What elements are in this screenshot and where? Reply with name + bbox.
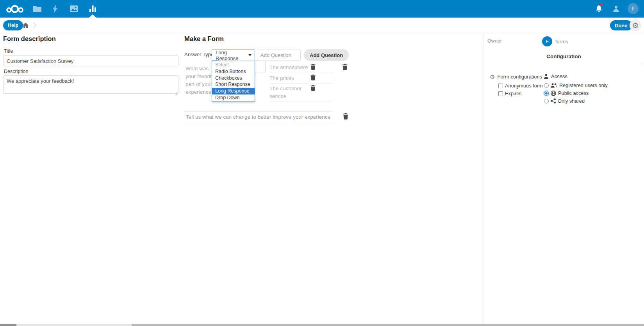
divider <box>487 63 642 63</box>
dropdown-option-radio-buttons[interactable]: Radio Buttons <box>212 68 255 75</box>
expires-option[interactable]: Expires <box>498 91 522 96</box>
secondary-toolbar: Help Done ⚙ <box>0 18 644 33</box>
help-button-label: Help <box>8 23 18 28</box>
contacts-menu-button[interactable] <box>611 0 621 18</box>
person-icon <box>544 74 549 79</box>
question-1-answers-list: The atmosphere The prices The customer s… <box>269 62 333 102</box>
owner-label: Owner <box>487 38 502 44</box>
user-avatar-initial: F <box>632 5 635 12</box>
description-label: Description <box>4 69 29 74</box>
anonymous-form-option[interactable]: Anonymous form <box>498 83 543 89</box>
nextcloud-logo[interactable] <box>5 0 25 18</box>
only-shared-option[interactable]: Only shared <box>544 98 585 104</box>
form-configurations-header: ⚙ Form configurations <box>490 74 542 80</box>
app-files[interactable] <box>32 0 42 18</box>
owner-avatar: F <box>542 36 552 46</box>
delete-answer-button[interactable] <box>310 75 316 80</box>
scrollbar-segment[interactable] <box>0 324 16 326</box>
user-avatar[interactable]: F <box>628 3 639 14</box>
answer-type-label: Answer Type: <box>184 52 215 57</box>
app-activity[interactable] <box>50 0 60 18</box>
help-button[interactable]: Help <box>3 20 23 30</box>
image-icon <box>70 5 78 12</box>
delete-answer-button[interactable] <box>310 64 316 70</box>
answer-row: The prices <box>269 73 333 84</box>
only-shared-label: Only shared <box>558 98 585 104</box>
dropdown-option-checkboxes[interactable]: Checkboxes <box>212 75 255 82</box>
folder-icon <box>33 6 41 12</box>
answer-text: The prices <box>269 74 309 82</box>
add-question-button[interactable]: Add Question <box>304 49 349 61</box>
configuration-heading: Configuration <box>483 53 644 59</box>
expires-checkbox[interactable] <box>498 91 503 96</box>
owner-avatar-initial: F <box>546 39 549 45</box>
owner-name: forms <box>555 39 568 45</box>
people-icon <box>551 83 557 88</box>
answer-row: The atmosphere <box>269 62 333 73</box>
chevron-down-icon <box>248 54 252 56</box>
dropdown-option-short-response[interactable]: Short Response <box>212 81 255 88</box>
notification-badge <box>600 4 603 6</box>
breadcrumb-chevron-icon <box>33 22 37 30</box>
access-label: Access <box>551 73 567 79</box>
horizontal-scrollbar <box>0 324 644 326</box>
form-description-textarea[interactable]: We appreciate your feedback! <box>3 75 178 94</box>
delete-answer-button[interactable] <box>310 85 316 91</box>
registered-users-radio[interactable] <box>544 83 549 88</box>
settings-sidebar: Owner F forms Configuration ⚙ Form confi… <box>483 33 644 324</box>
registered-users-option[interactable]: Registered users only <box>544 82 608 88</box>
done-button[interactable]: Done <box>610 20 632 30</box>
form-title-input[interactable] <box>3 55 178 66</box>
globe-icon <box>551 91 556 96</box>
public-access-radio[interactable] <box>544 91 549 96</box>
notifications-button[interactable] <box>594 0 604 18</box>
answer-type-dropdown-list: Select Radio Buttons Checkboxes Short Re… <box>212 61 255 102</box>
contacts-person-icon <box>612 5 620 12</box>
scrollbar-track <box>16 324 132 326</box>
form-description-heading: Form description <box>3 35 56 43</box>
dropdown-option-drop-down[interactable]: Drop Down <box>212 94 255 101</box>
add-question-input[interactable] <box>257 50 301 61</box>
dropdown-option-select[interactable]: Select <box>212 62 255 68</box>
answer-type-select[interactable]: Long Response <box>212 50 255 61</box>
title-label: Title <box>4 48 13 54</box>
public-access-label: Public access <box>558 90 589 96</box>
textarea-resize-grip[interactable] <box>175 90 178 97</box>
gear-icon: ⚙ <box>632 21 639 30</box>
home-icon <box>23 23 29 28</box>
scrollbar-thumb[interactable] <box>132 324 644 326</box>
delete-question-2-button[interactable] <box>343 113 348 119</box>
dropdown-option-long-response[interactable]: Long Response <box>212 88 255 94</box>
settings-button[interactable]: ⚙ <box>630 20 641 31</box>
active-app-indicator <box>89 14 96 18</box>
done-button-label: Done <box>615 23 628 29</box>
trash-icon <box>310 75 316 80</box>
trash-icon <box>343 113 348 119</box>
lightning-icon <box>52 5 58 13</box>
share-icon <box>551 98 556 103</box>
only-shared-radio[interactable] <box>544 99 549 103</box>
answer-row: The customer service <box>269 84 333 102</box>
answer-type-selected-value: Long Response <box>212 50 248 61</box>
expires-label: Expires <box>505 91 522 96</box>
answer-text: The atmosphere <box>269 64 309 71</box>
registered-users-label: Registered users only <box>559 82 608 88</box>
nextcloud-logo-icon <box>6 4 24 14</box>
public-access-option[interactable]: Public access <box>544 90 589 96</box>
question-2-text: Tell us what we can change to better imp… <box>186 114 330 120</box>
access-header: Access <box>544 73 567 79</box>
trash-icon <box>310 64 316 70</box>
anonymous-form-checkbox[interactable] <box>498 84 503 88</box>
anonymous-form-label: Anonymous form <box>505 83 543 89</box>
app-window: F Help Done ⚙ Form description Title Des… <box>0 0 644 326</box>
app-gallery[interactable] <box>69 0 79 18</box>
form-configurations-label: Form configurations <box>497 74 542 80</box>
make-a-form-heading: Make a Form <box>184 35 224 43</box>
answer-text: The customer service <box>269 85 309 100</box>
trash-icon <box>310 85 316 91</box>
question-2-row: Tell us what we can change to better imp… <box>184 111 333 122</box>
bar-chart-icon <box>89 5 96 12</box>
top-navigation-bar: F <box>0 0 644 18</box>
breadcrumb-home-button[interactable] <box>23 23 29 30</box>
delete-question-1-button[interactable] <box>342 64 348 70</box>
